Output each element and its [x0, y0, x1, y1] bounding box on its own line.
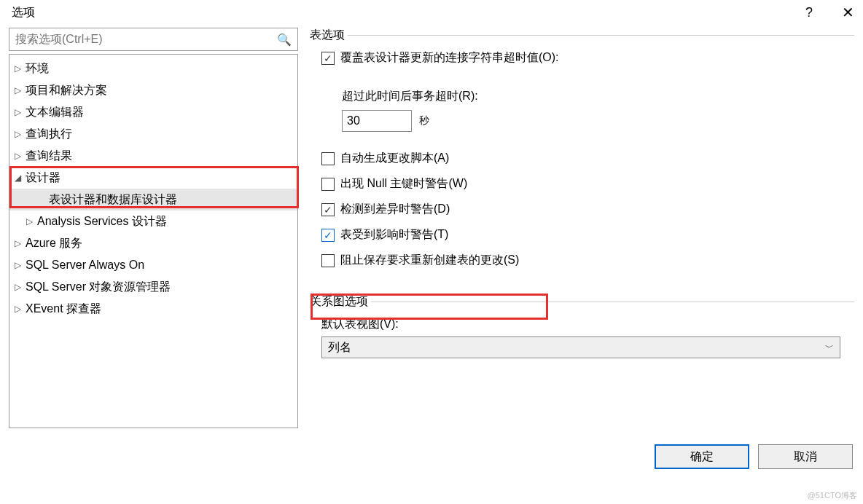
tree-item[interactable]: ▷查询结果: [9, 145, 297, 167]
auto-script-row: 自动生成更改脚本(A): [321, 151, 854, 166]
tree-item-label: 设计器: [26, 168, 60, 187]
table-options-title: 表选项: [310, 28, 854, 43]
help-icon[interactable]: ?: [805, 5, 813, 20]
right-panel: 表选项 覆盖表设计器更新的连接字符串超时值(O): 超过此时间后事务超时(R):…: [310, 28, 854, 428]
affected-warn-label: 表受到影响时警告(T): [340, 227, 448, 243]
tree-item[interactable]: ▷文本编辑器: [9, 101, 297, 123]
watermark: @51CTO博客: [808, 490, 857, 501]
tree-item[interactable]: ▷查询执行: [9, 123, 297, 145]
tree-item[interactable]: ◢设计器: [9, 167, 297, 189]
tree-item-label: XEvent 探查器: [26, 299, 101, 318]
tree-expand-icon[interactable]: ▷: [12, 299, 23, 318]
default-view-row: 默认表视图(V): 列名 ﹀: [310, 317, 854, 358]
timeout-row: 秒: [342, 110, 854, 132]
affected-warn-row: 表受到影响时警告(T): [321, 227, 854, 243]
diagram-options-group: 关系图选项 默认表视图(V): 列名 ﹀: [310, 294, 854, 358]
tree-item-label: Azure 服务: [26, 234, 82, 253]
cancel-button[interactable]: 取消: [758, 444, 853, 469]
tree-expand-icon[interactable]: ▷: [24, 212, 34, 231]
tree-item[interactable]: ▷Azure 服务: [9, 232, 297, 254]
tree-item-label: 查询执行: [26, 125, 72, 143]
close-icon[interactable]: ✕: [842, 4, 854, 21]
tree-expand-icon[interactable]: ▷: [12, 103, 23, 122]
footer: 确定 取消: [0, 437, 863, 469]
dropdown-value: 列名: [328, 340, 351, 355]
null-pk-label: 出现 Null 主键时警告(W): [340, 176, 467, 192]
tree-item-label: 项目和解决方案: [26, 81, 107, 100]
tree-item-label: 环境: [26, 59, 49, 78]
table-options-body: 覆盖表设计器更新的连接字符串超时值(O): 超过此时间后事务超时(R): 秒 自…: [310, 50, 854, 268]
tree-item-label: 文本编辑器: [26, 103, 84, 122]
tree-expand-icon[interactable]: ▷: [12, 146, 23, 165]
timeout-input[interactable]: [342, 110, 412, 132]
table-options-group: 表选项 覆盖表设计器更新的连接字符串超时值(O): 超过此时间后事务超时(R):…: [310, 28, 854, 268]
tree-item[interactable]: ▷Analysis Services 设计器: [9, 210, 297, 232]
auto-script-label: 自动生成更改脚本(A): [340, 151, 449, 166]
left-panel: 🔍 ▷环境▷项目和解决方案▷文本编辑器▷查询执行▷查询结果◢设计器表设计器和数据…: [9, 28, 298, 428]
null-pk-checkbox[interactable]: [321, 178, 335, 191]
timeout-unit: 秒: [419, 114, 429, 127]
diff-warn-row: 检测到差异时警告(D): [321, 202, 854, 217]
tree-item[interactable]: ▷SQL Server Always On: [9, 254, 297, 276]
prevent-save-label: 阻止保存要求重新创建表的更改(S): [340, 253, 519, 268]
ok-button[interactable]: 确定: [655, 444, 749, 469]
diagram-options-title: 关系图选项: [310, 294, 854, 310]
chevron-down-icon: ﹀: [825, 342, 834, 354]
titlebar: 选项 ? ✕: [0, 0, 863, 28]
search-input[interactable]: [9, 30, 271, 49]
timeout-block: 超过此时间后事务超时(R): 秒: [321, 89, 854, 132]
search-wrap: 🔍: [9, 28, 298, 51]
tree-item-label: SQL Server 对象资源管理器: [26, 277, 171, 296]
default-view-dropdown[interactable]: 列名 ﹀: [321, 336, 840, 358]
tree-item-label: SQL Server Always On: [26, 256, 144, 275]
titlebar-buttons: ? ✕: [805, 4, 854, 21]
auto-script-checkbox[interactable]: [321, 152, 335, 165]
tree-expand-icon[interactable]: ▷: [12, 81, 23, 100]
tree-item-label: 表设计器和数据库设计器: [49, 190, 177, 209]
tree-item[interactable]: ▷项目和解决方案: [9, 79, 297, 101]
tree-item[interactable]: ▷环境: [9, 58, 297, 79]
affected-warn-checkbox[interactable]: [321, 229, 335, 242]
tree-expand-icon[interactable]: ▷: [12, 59, 23, 78]
tree-item-label: 查询结果: [26, 146, 72, 165]
tree-expand-icon[interactable]: ◢: [12, 168, 23, 187]
content: 🔍 ▷环境▷项目和解决方案▷文本编辑器▷查询执行▷查询结果◢设计器表设计器和数据…: [0, 28, 863, 437]
diff-warn-checkbox[interactable]: [321, 203, 335, 216]
tree-item[interactable]: ▷SQL Server 对象资源管理器: [9, 276, 297, 298]
diff-warn-label: 检测到差异时警告(D): [340, 202, 450, 217]
override-timeout-checkbox[interactable]: [321, 52, 335, 65]
prevent-save-row: 阻止保存要求重新创建表的更改(S): [321, 253, 854, 268]
window-title: 选项: [12, 5, 35, 20]
timeout-label: 超过此时间后事务超时(R):: [342, 89, 854, 104]
tree-item[interactable]: 表设计器和数据库设计器: [9, 189, 297, 210]
tree-item-label: Analysis Services 设计器: [37, 212, 167, 231]
override-timeout-label: 覆盖表设计器更新的连接字符串超时值(O):: [340, 50, 559, 66]
search-icon[interactable]: 🔍: [271, 33, 297, 47]
tree-item[interactable]: ▷XEvent 探查器: [9, 298, 297, 320]
override-timeout-row: 覆盖表设计器更新的连接字符串超时值(O):: [321, 50, 854, 66]
tree-expand-icon[interactable]: ▷: [12, 125, 23, 143]
tree-expand-icon[interactable]: ▷: [12, 256, 23, 275]
null-pk-row: 出现 Null 主键时警告(W): [321, 176, 854, 192]
tree-expand-icon[interactable]: ▷: [12, 234, 23, 253]
default-view-label: 默认表视图(V):: [321, 317, 854, 332]
tree-expand-icon[interactable]: ▷: [12, 277, 23, 296]
options-tree[interactable]: ▷环境▷项目和解决方案▷文本编辑器▷查询执行▷查询结果◢设计器表设计器和数据库设…: [9, 54, 298, 428]
prevent-save-checkbox[interactable]: [321, 254, 335, 267]
